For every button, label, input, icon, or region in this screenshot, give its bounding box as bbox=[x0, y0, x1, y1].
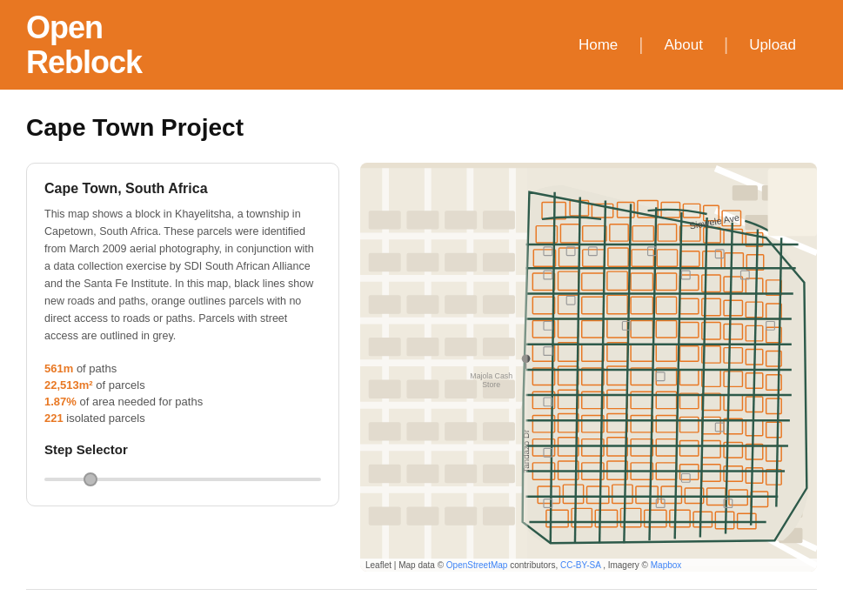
osm-link: OpenStreetMap bbox=[446, 560, 508, 570]
header: Open Reblock Home | About | Upload bbox=[0, 0, 843, 90]
step-selector-label: Step Selector bbox=[44, 442, 321, 457]
sidebar-card: Cape Town, South Africa This map shows a… bbox=[26, 163, 339, 506]
slider-container bbox=[44, 465, 321, 488]
ccbysa-link: CC-BY-SA bbox=[560, 560, 600, 570]
stat-area-label: of area needed for paths bbox=[80, 395, 204, 408]
card-title: Cape Town, South Africa bbox=[44, 181, 321, 197]
page-content: Cape Town Project Cape Town, South Afric… bbox=[0, 90, 843, 607]
svg-rect-251 bbox=[768, 169, 817, 237]
map-attribution: Leaflet | Map data © OpenStreetMap contr… bbox=[360, 559, 817, 572]
nav-divider-2: | bbox=[724, 35, 728, 55]
stat-parcels: 22,513m² of parcels bbox=[44, 378, 321, 392]
mapbox-link: Mapbox bbox=[651, 560, 682, 570]
stat-isolated-value: 221 bbox=[44, 412, 64, 425]
stat-parcels-value: 22,513m² bbox=[44, 378, 93, 392]
stat-parcels-label: of parcels bbox=[96, 378, 144, 392]
nav-about[interactable]: About bbox=[643, 37, 723, 54]
main-layout: Cape Town, South Africa This map shows a… bbox=[26, 163, 817, 572]
stat-paths-label: of paths bbox=[77, 362, 117, 375]
page-title: Cape Town Project bbox=[26, 114, 817, 142]
map-svg: Siewele Ave Tandazo Dr Majola Cash Store bbox=[360, 163, 817, 572]
map-container: Siewele Ave Tandazo Dr Majola Cash Store… bbox=[360, 163, 817, 572]
nav-upload[interactable]: Upload bbox=[728, 37, 817, 54]
nav-divider-1: | bbox=[639, 35, 643, 55]
footer-divider bbox=[26, 589, 817, 590]
navigation: Home | About | Upload bbox=[558, 35, 817, 55]
leaflet-link: Leaflet bbox=[365, 560, 391, 570]
nav-home[interactable]: Home bbox=[558, 37, 639, 54]
logo[interactable]: Open Reblock bbox=[26, 10, 142, 79]
card-description: This map shows a block in Khayelitsha, a… bbox=[44, 205, 321, 345]
stat-paths-value: 561m bbox=[44, 362, 73, 375]
stat-area: 1.87% of area needed for paths bbox=[44, 395, 321, 408]
stat-isolated-label: isolated parcels bbox=[66, 412, 144, 425]
stat-isolated: 221 isolated parcels bbox=[44, 412, 321, 425]
stat-paths: 561m of paths bbox=[44, 362, 321, 375]
stats-block: 561m of paths 22,513m² of parcels 1.87% … bbox=[44, 362, 321, 425]
stat-area-value: 1.87% bbox=[44, 395, 77, 408]
step-selector-slider[interactable] bbox=[44, 478, 321, 481]
svg-rect-49 bbox=[733, 185, 758, 201]
svg-rect-252 bbox=[360, 169, 528, 566]
